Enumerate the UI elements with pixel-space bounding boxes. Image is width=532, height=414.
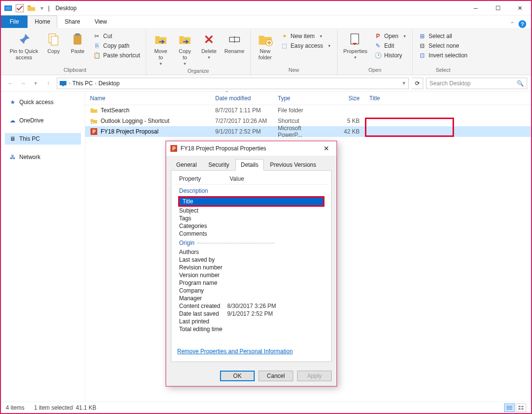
search-input[interactable]: Search Desktop 🔍 xyxy=(426,78,527,89)
qa-dropdown-icon[interactable]: ▾ xyxy=(40,5,43,12)
easy-access-icon: ⬚ xyxy=(281,42,288,50)
file-row-selected[interactable]: PFY18 Project Proposal 9/1/2017 2:52 PM … xyxy=(85,126,531,137)
view-icons-button[interactable] xyxy=(516,403,526,412)
cut-button[interactable]: ✂Cut xyxy=(91,32,142,40)
property-row-title[interactable]: Title xyxy=(180,198,323,205)
copy-path-button[interactable]: ⎘Copy path xyxy=(91,41,142,50)
ok-button[interactable]: OK xyxy=(220,371,255,381)
ribbon-collapse-icon[interactable]: ⌃ xyxy=(510,21,515,27)
select-all-button[interactable]: ⊞Select all xyxy=(416,32,469,40)
folder-icon xyxy=(90,107,98,114)
property-row[interactable]: Comments xyxy=(176,230,326,238)
property-row[interactable]: Manager xyxy=(176,294,326,302)
cancel-button[interactable]: Cancel xyxy=(259,371,293,381)
tab-general[interactable]: General xyxy=(171,159,202,171)
property-row[interactable]: Subject xyxy=(176,207,326,214)
col-name[interactable]: Name xyxy=(85,92,210,105)
apply-button[interactable]: Apply xyxy=(297,371,332,381)
copy-button[interactable]: Copy xyxy=(43,31,64,55)
property-row[interactable]: Last printed xyxy=(176,318,326,325)
new-folder-button[interactable]: New folder xyxy=(255,31,276,62)
easy-access-button[interactable]: ⬚Easy access▼ xyxy=(279,41,333,50)
qa-checkbox-icon[interactable] xyxy=(15,4,24,13)
minimize-button[interactable]: ─ xyxy=(465,1,487,15)
view-details-button[interactable] xyxy=(504,403,515,412)
recent-dropdown-icon[interactable]: ▼ xyxy=(30,78,41,89)
property-row[interactable]: Categories xyxy=(176,222,326,230)
property-row[interactable]: Date last saved9/1/2017 2:52 PM xyxy=(176,310,326,318)
tree-network[interactable]: 🖧Network xyxy=(5,151,81,163)
titlebar-separator: | xyxy=(48,5,50,12)
move-to-button[interactable]: Move to▼ xyxy=(150,31,171,67)
tab-security[interactable]: Security xyxy=(203,159,234,171)
tab-previous-versions[interactable]: Previous Versions xyxy=(265,159,322,171)
remove-properties-link[interactable]: Remove Properties and Personal Informati… xyxy=(174,344,328,359)
forward-button[interactable]: → xyxy=(17,78,29,89)
dialog-close-button[interactable]: ✕ xyxy=(320,142,333,155)
tree-this-pc[interactable]: 🖥This PC xyxy=(5,133,81,145)
qa-folder-icon[interactable] xyxy=(27,4,36,13)
copy-to-button[interactable]: Copy to▼ xyxy=(174,31,195,67)
tree-quick-access[interactable]: ★Quick access xyxy=(5,96,81,108)
col-date[interactable]: Date modified xyxy=(210,92,273,105)
property-list[interactable]: Description Title Subject Tags Categorie… xyxy=(174,185,328,344)
file-row[interactable]: TextSearch 8/7/2017 1:11 PM File folder xyxy=(85,105,531,116)
col-type[interactable]: Type xyxy=(273,92,331,105)
breadcrumb-thispc[interactable]: This PC xyxy=(72,80,93,87)
prop-value xyxy=(227,318,324,325)
edit-button[interactable]: ✎Edit xyxy=(372,41,408,50)
property-row[interactable]: Tags xyxy=(176,214,326,222)
svg-rect-7 xyxy=(76,33,80,36)
history-button[interactable]: 🕑History xyxy=(372,51,408,60)
dialog-title: FY18 Project Proposal Properties xyxy=(181,145,266,152)
file-size: 42 KB xyxy=(331,128,364,135)
pin-to-quick-access-button[interactable]: Pin to Quick access xyxy=(8,31,40,62)
prop-value[interactable] xyxy=(231,198,320,205)
open-button[interactable]: POpen▼ xyxy=(372,32,408,40)
property-row[interactable]: Version number xyxy=(176,271,326,279)
property-row[interactable]: Last saved by xyxy=(176,256,326,264)
breadcrumb-desktop[interactable]: Desktop xyxy=(98,80,119,87)
history-icon: 🕑 xyxy=(374,52,382,59)
paste-button[interactable]: Paste xyxy=(67,31,88,55)
tab-view[interactable]: View xyxy=(87,15,114,28)
tree-onedrive[interactable]: ☁OneDrive xyxy=(5,115,81,126)
refresh-button[interactable]: ⟳ xyxy=(412,78,423,89)
help-icon[interactable]: ? xyxy=(519,20,526,28)
col-title[interactable]: Title xyxy=(364,92,531,105)
maximize-button[interactable]: ☐ xyxy=(487,1,509,15)
prop-name: Subject xyxy=(179,207,227,214)
chevron-down-icon: ▼ xyxy=(319,34,323,39)
properties-button[interactable]: Properties▼ xyxy=(341,31,369,61)
property-row[interactable]: Authors xyxy=(176,248,326,256)
property-row[interactable]: Program name xyxy=(176,279,326,287)
quick-label: Quick access xyxy=(19,99,53,106)
paste-shortcut-button[interactable]: 📋Paste shortcut xyxy=(91,51,142,60)
tab-details[interactable]: Details xyxy=(235,159,264,171)
chevron-down-icon: ▼ xyxy=(402,34,406,39)
col-size[interactable]: Size xyxy=(331,92,364,105)
up-button[interactable]: ↑ xyxy=(42,78,54,89)
property-row[interactable]: Company xyxy=(176,287,326,294)
rename-button[interactable]: Rename xyxy=(222,31,247,55)
property-row[interactable]: Total editing time xyxy=(176,325,326,333)
window-title: Desktop xyxy=(55,5,77,12)
address-bar[interactable]: › This PC › Desktop ▼ xyxy=(57,78,409,89)
prop-name: Authors xyxy=(179,249,227,255)
file-date: 8/7/2017 1:11 PM xyxy=(210,107,273,114)
property-row[interactable]: Content created8/30/2017 3:26 PM xyxy=(176,302,326,310)
select-none-button[interactable]: ⊟Select none xyxy=(416,41,469,50)
pin-label: Pin to Quick access xyxy=(10,48,38,61)
delete-button[interactable]: ✕Delete▼ xyxy=(198,31,220,61)
property-row[interactable]: Revision number xyxy=(176,264,326,271)
tab-file[interactable]: File xyxy=(1,15,27,28)
back-button[interactable]: ← xyxy=(5,78,16,89)
tab-share[interactable]: Share xyxy=(57,15,87,28)
prop-value xyxy=(227,223,324,229)
close-button[interactable]: ✕ xyxy=(509,1,531,15)
prop-name: Last saved by xyxy=(179,256,227,263)
tab-home[interactable]: Home xyxy=(27,15,57,28)
invert-selection-button[interactable]: ⊡Invert selection xyxy=(416,51,469,60)
new-item-button[interactable]: ✦New item▼ xyxy=(279,32,333,40)
address-dropdown-icon[interactable]: ▼ xyxy=(402,80,406,86)
